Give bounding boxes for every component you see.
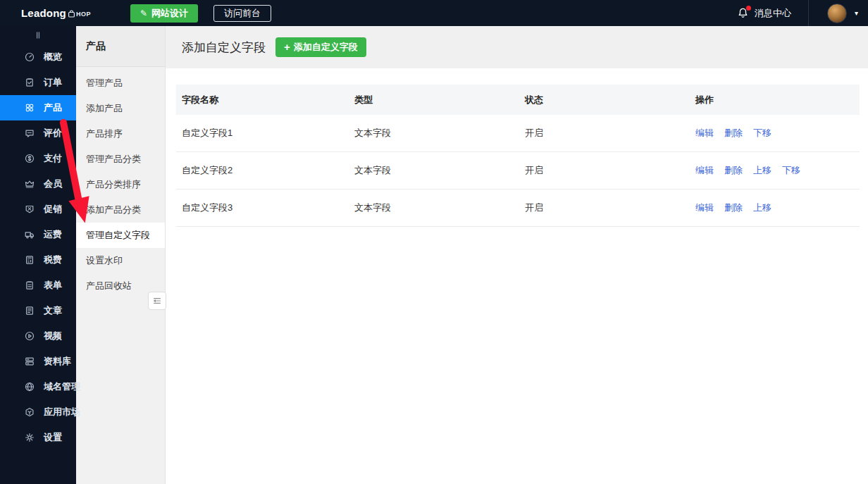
- submenu-item-category-sort[interactable]: 产品分类排序: [76, 172, 165, 197]
- sidebar-item-label: 文章: [44, 304, 62, 317]
- submenu-collapse-button[interactable]: [148, 292, 166, 310]
- crown-icon: [24, 178, 35, 190]
- submenu-item-label: 管理自定义字段: [86, 229, 150, 242]
- table-header-row: 字段名称类型状态操作: [176, 85, 860, 115]
- submenu-item-manage-categories[interactable]: 管理产品分类: [76, 147, 165, 172]
- submenu-item-label: 产品回收站: [86, 280, 132, 292]
- grid-icon: [24, 102, 35, 113]
- menu-fold-icon: [152, 296, 162, 306]
- sidebar-item-settings[interactable]: 设置: [0, 425, 76, 450]
- plus-icon: +: [284, 41, 290, 53]
- sidebar-item-tax[interactable]: 税费: [0, 247, 76, 273]
- move-up-link[interactable]: 上移: [753, 164, 771, 177]
- sidebar-item-label: 资料库: [44, 355, 71, 368]
- globe-icon: [24, 381, 35, 392]
- sidebar-item-shipping[interactable]: 运费: [0, 222, 76, 247]
- sidebar-item-forms[interactable]: 表单: [0, 273, 76, 298]
- sidebar-item-overview[interactable]: 概览: [0, 44, 76, 70]
- submenu-item-label: 管理产品分类: [86, 153, 141, 166]
- main-content: 添加自定义字段 + 添加自定义字段 字段名称类型状态操作 自定义字段1 文本字段…: [166, 26, 868, 484]
- page-title: 添加自定义字段: [182, 39, 266, 56]
- sidebar-nav: 概览 订单 产品 评价 支付 会员 促销 运费 税费 表单 文章: [0, 44, 76, 450]
- delete-link[interactable]: 删除: [724, 127, 743, 139]
- sidebar-item-label: 产品: [44, 101, 62, 114]
- field-status-cell: 开启: [519, 164, 690, 177]
- submenu-item-label: 管理产品: [86, 77, 123, 89]
- add-custom-field-button[interactable]: + 添加自定义字段: [275, 37, 366, 57]
- hexagon-icon: [24, 407, 35, 418]
- site-design-label: 网站设计: [151, 7, 188, 20]
- field-type-cell: 文本字段: [349, 164, 519, 177]
- custom-fields-table: 字段名称类型状态操作 自定义字段1 文本字段 开启 编辑删除下移 自定义字段2 …: [176, 85, 860, 227]
- sidebar-item-orders[interactable]: 订单: [0, 70, 76, 95]
- delete-link[interactable]: 删除: [724, 201, 743, 214]
- chevron-down-icon[interactable]: ▾: [855, 9, 858, 17]
- sidebar-item-label: 支付: [44, 152, 62, 165]
- sidebar-item-reviews[interactable]: 评价: [0, 120, 76, 146]
- field-type-cell: 文本字段: [349, 127, 519, 139]
- field-name-cell: 自定义字段3: [176, 201, 349, 214]
- submenu-title: 产品: [76, 26, 165, 67]
- table-body: 自定义字段1 文本字段 开启 编辑删除下移 自定义字段2 文本字段 开启 编辑删…: [176, 115, 860, 227]
- row-actions: 编辑删除上移: [690, 201, 860, 214]
- sidebar-item-label: 应用市场: [44, 406, 80, 418]
- sidebar-item-label: 运费: [44, 228, 62, 241]
- submenu-item-watermark[interactable]: 设置水印: [76, 248, 165, 273]
- sidebar-item-label: 会员: [44, 178, 62, 190]
- column-header: 字段名称: [176, 94, 349, 106]
- submenu-item-add-product[interactable]: 添加产品: [76, 96, 165, 121]
- sidebar-item-domains[interactable]: 域名管理: [0, 374, 76, 399]
- field-status-cell: 开启: [519, 127, 690, 139]
- sidebar-item-articles[interactable]: 文章: [0, 298, 76, 323]
- play-circle-icon: [24, 330, 35, 342]
- submenu-item-manage-products[interactable]: 管理产品: [76, 70, 165, 96]
- add-custom-field-label: 添加自定义字段: [294, 41, 358, 54]
- sidebar-item-label: 概览: [44, 51, 62, 63]
- sidebar-item-products[interactable]: 产品: [0, 95, 76, 120]
- sidebar-item-app-market[interactable]: 应用市场: [0, 399, 76, 425]
- sidebar-item-library[interactable]: 资料库: [0, 349, 76, 374]
- gauge-icon: [24, 51, 35, 63]
- edit-link[interactable]: 编辑: [695, 201, 714, 214]
- topbar-right: 消息中心 ▾: [737, 0, 868, 26]
- submenu-item-add-category[interactable]: 添加产品分类: [76, 197, 165, 223]
- visit-frontend-label: 访问前台: [224, 7, 261, 20]
- pencil-icon: ✎: [140, 8, 147, 18]
- delete-link[interactable]: 删除: [724, 164, 743, 177]
- message-center-link[interactable]: 消息中心: [755, 7, 791, 20]
- move-up-link[interactable]: 上移: [753, 201, 771, 214]
- main-header: 添加自定义字段 + 添加自定义字段: [166, 26, 868, 68]
- sidebar-item-promotions[interactable]: 促销: [0, 197, 76, 222]
- notification-bell-icon[interactable]: [737, 7, 749, 19]
- submenu-item-manage-custom-fields[interactable]: 管理自定义字段: [76, 223, 165, 248]
- submenu-panel: 产品 管理产品 添加产品 产品排序 管理产品分类 产品分类排序 添加产品分类 管…: [76, 26, 166, 484]
- topbar: Leadong HOP ✎ 网站设计 访问前台 消息中心 ▾: [0, 0, 868, 26]
- row-actions: 编辑删除下移: [690, 127, 860, 139]
- sidebar-item-label: 视频: [44, 330, 62, 342]
- truck-icon: [24, 229, 35, 240]
- submenu-item-product-sort[interactable]: 产品排序: [76, 121, 165, 147]
- sidebar-item-payments[interactable]: 支付: [0, 146, 76, 171]
- field-status-cell: 开启: [519, 201, 690, 214]
- table-row: 自定义字段3 文本字段 开启 编辑删除上移: [176, 190, 860, 227]
- edit-link[interactable]: 编辑: [695, 164, 714, 177]
- site-design-button[interactable]: ✎ 网站设计: [130, 4, 198, 23]
- sidebar-item-label: 表单: [44, 279, 62, 292]
- sidebar-item-members[interactable]: 会员: [0, 171, 76, 197]
- edit-link[interactable]: 编辑: [695, 127, 714, 139]
- discount-badge-icon: [24, 204, 35, 215]
- visit-frontend-button[interactable]: 访问前台: [213, 5, 271, 22]
- sidebar-item-videos[interactable]: 视频: [0, 323, 76, 349]
- avatar[interactable]: [827, 4, 847, 23]
- logo: Leadong HOP: [21, 7, 91, 19]
- sidebar-item-label: 设置: [44, 431, 62, 444]
- field-name-cell: 自定义字段1: [176, 127, 349, 139]
- move-down-link[interactable]: 下移: [782, 164, 800, 177]
- sidebar-item-label: 税费: [44, 254, 62, 266]
- sidebar-item-label: 促销: [44, 203, 62, 216]
- move-down-link[interactable]: 下移: [753, 127, 771, 139]
- shopping-bag-icon: [67, 9, 76, 18]
- sidebar-collapse-icon[interactable]: [0, 26, 76, 44]
- table-row: 自定义字段2 文本字段 开启 编辑删除上移下移: [176, 152, 860, 190]
- column-header: 类型: [349, 94, 519, 106]
